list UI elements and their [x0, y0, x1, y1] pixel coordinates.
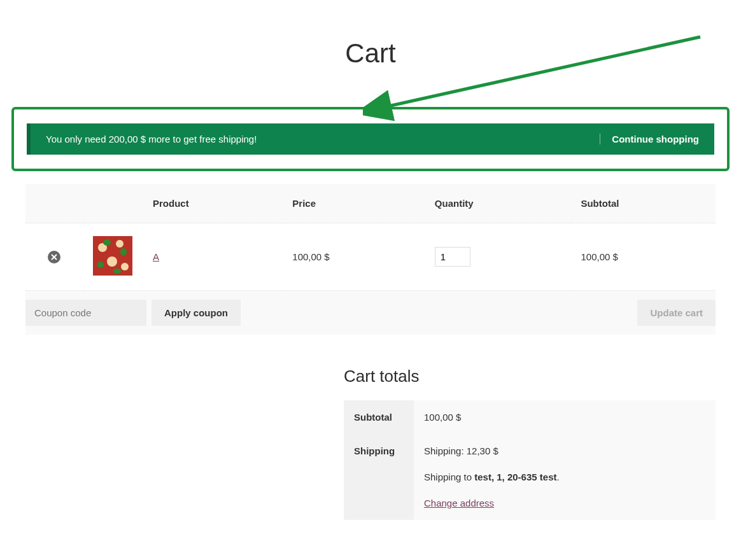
notice-message: You only need 200,00 $ more to get free …	[46, 134, 257, 144]
apply-coupon-button[interactable]: Apply coupon	[152, 300, 241, 326]
shipping-destination: Shipping to test, 1, 20-635 test.	[424, 472, 705, 482]
page-title: Cart	[0, 38, 741, 69]
remove-item-button[interactable]	[48, 251, 60, 263]
col-price: Price	[282, 184, 425, 223]
product-thumbnail[interactable]	[93, 236, 132, 276]
col-product: Product	[143, 184, 282, 223]
change-address-link[interactable]: Change address	[424, 498, 494, 508]
subtotal-value: 100,00 $	[414, 400, 716, 434]
svg-point-12	[113, 269, 121, 274]
col-remove	[25, 184, 83, 223]
cart-actions-row: Apply coupon Update cart	[25, 291, 716, 335]
col-subtotal: Subtotal	[570, 184, 716, 223]
cart-totals-heading: Cart totals	[344, 367, 716, 386]
annotation-highlight-box: You only need 200,00 $ more to get free …	[11, 107, 730, 171]
svg-point-11	[97, 262, 104, 268]
svg-point-9	[103, 239, 111, 246]
cart-items-table: Product Price Quantity Subtotal	[25, 184, 716, 335]
col-quantity: Quantity	[425, 184, 571, 223]
svg-point-8	[121, 263, 129, 270]
item-price: 100,00 $	[282, 223, 425, 291]
update-cart-button[interactable]: Update cart	[637, 300, 716, 326]
quantity-input[interactable]	[435, 247, 470, 267]
svg-point-6	[116, 240, 123, 248]
svg-point-10	[120, 248, 127, 256]
close-icon	[51, 254, 57, 260]
coupon-code-input[interactable]	[25, 300, 146, 326]
continue-shopping-link[interactable]: Continue shopping	[600, 134, 699, 144]
product-name-link[interactable]: A	[153, 251, 159, 262]
col-thumbnail	[83, 184, 143, 223]
free-shipping-notice: You only need 200,00 $ more to get free …	[27, 123, 714, 155]
shipping-label: Shipping	[344, 434, 414, 520]
cart-totals-table: Subtotal 100,00 $ Shipping Shipping: 12,…	[344, 400, 716, 520]
subtotal-label: Subtotal	[344, 400, 414, 434]
cart-item-row: A 100,00 $ 100,00 $	[25, 223, 716, 291]
svg-point-7	[107, 256, 117, 267]
shipping-value: Shipping: 12,30 $	[424, 445, 705, 456]
item-subtotal: 100,00 $	[570, 223, 716, 291]
